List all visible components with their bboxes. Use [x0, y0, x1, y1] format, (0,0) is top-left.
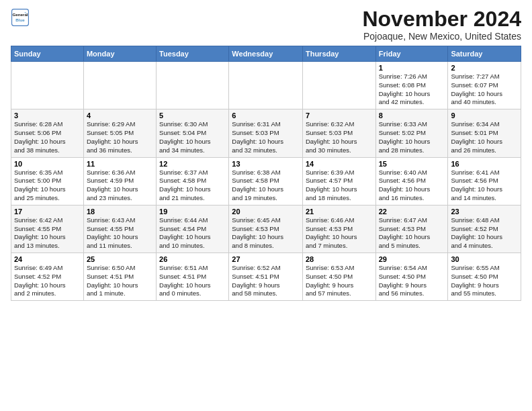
- day-info: Sunrise: 7:27 AM Sunset: 6:07 PM Dayligh…: [451, 73, 518, 107]
- day-info: Sunrise: 6:34 AM Sunset: 5:01 PM Dayligh…: [451, 120, 518, 154]
- table-row: 2Sunrise: 7:27 AM Sunset: 6:07 PM Daylig…: [448, 62, 521, 109]
- day-number: 19: [159, 208, 226, 216]
- col-sunday: Sunday: [11, 46, 84, 62]
- table-row: [229, 62, 303, 109]
- col-saturday: Saturday: [448, 46, 521, 62]
- table-row: 16Sunrise: 6:41 AM Sunset: 4:56 PM Dayli…: [448, 157, 521, 205]
- day-number: 13: [232, 160, 300, 168]
- table-row: 15Sunrise: 6:40 AM Sunset: 4:56 PM Dayli…: [375, 157, 448, 205]
- table-row: 4Sunrise: 6:29 AM Sunset: 5:05 PM Daylig…: [83, 109, 156, 157]
- calendar-week-3: 17Sunrise: 6:42 AM Sunset: 4:55 PM Dayli…: [11, 205, 521, 253]
- day-info: Sunrise: 6:53 AM Sunset: 4:50 PM Dayligh…: [306, 264, 373, 298]
- day-number: 2: [451, 64, 518, 72]
- calendar-week-1: 3Sunrise: 6:28 AM Sunset: 5:06 PM Daylig…: [11, 109, 521, 157]
- calendar-week-0: 1Sunrise: 7:26 AM Sunset: 6:08 PM Daylig…: [11, 62, 521, 109]
- day-number: 21: [306, 208, 373, 216]
- table-row: 28Sunrise: 6:53 AM Sunset: 4:50 PM Dayli…: [302, 253, 375, 301]
- day-info: Sunrise: 6:39 AM Sunset: 4:57 PM Dayligh…: [306, 169, 373, 203]
- day-number: 14: [306, 160, 373, 168]
- day-info: Sunrise: 6:31 AM Sunset: 5:03 PM Dayligh…: [232, 120, 300, 154]
- day-number: 30: [451, 255, 518, 263]
- day-info: Sunrise: 7:26 AM Sunset: 6:08 PM Dayligh…: [379, 73, 445, 107]
- day-number: 5: [159, 111, 226, 120]
- table-row: 13Sunrise: 6:38 AM Sunset: 4:58 PM Dayli…: [229, 157, 303, 205]
- table-row: 3Sunrise: 6:28 AM Sunset: 5:06 PM Daylig…: [11, 109, 84, 157]
- day-number: 4: [87, 111, 153, 120]
- table-row: [11, 62, 84, 109]
- day-info: Sunrise: 6:28 AM Sunset: 5:06 PM Dayligh…: [14, 120, 81, 154]
- day-info: Sunrise: 6:41 AM Sunset: 4:56 PM Dayligh…: [451, 169, 518, 203]
- day-number: 17: [14, 208, 81, 216]
- day-number: 6: [232, 111, 300, 120]
- day-info: Sunrise: 6:48 AM Sunset: 4:52 PM Dayligh…: [451, 216, 518, 250]
- day-number: 24: [14, 255, 81, 263]
- table-row: 21Sunrise: 6:46 AM Sunset: 4:53 PM Dayli…: [302, 205, 375, 253]
- day-number: 16: [451, 160, 518, 168]
- logo: General Blue: [11, 8, 30, 27]
- day-number: 28: [306, 255, 373, 263]
- table-row: 14Sunrise: 6:39 AM Sunset: 4:57 PM Dayli…: [302, 157, 375, 205]
- day-number: 11: [87, 160, 153, 168]
- day-number: 23: [451, 208, 518, 216]
- day-number: 3: [14, 111, 81, 120]
- table-row: 19Sunrise: 6:44 AM Sunset: 4:54 PM Dayli…: [157, 205, 229, 253]
- day-number: 18: [87, 208, 153, 216]
- day-info: Sunrise: 6:55 AM Sunset: 4:50 PM Dayligh…: [451, 264, 518, 298]
- table-row: 5Sunrise: 6:30 AM Sunset: 5:04 PM Daylig…: [157, 109, 229, 157]
- table-row: 29Sunrise: 6:54 AM Sunset: 4:50 PM Dayli…: [375, 253, 448, 301]
- table-row: 30Sunrise: 6:55 AM Sunset: 4:50 PM Dayli…: [448, 253, 521, 301]
- location: Pojoaque, New Mexico, United States: [362, 31, 521, 42]
- table-row: 11Sunrise: 6:36 AM Sunset: 4:59 PM Dayli…: [83, 157, 156, 205]
- day-number: 26: [159, 255, 226, 263]
- table-row: [83, 62, 156, 109]
- page-container: General Blue November 2024 Pojoaque, New…: [0, 0, 532, 306]
- logo-icon: General Blue: [11, 8, 30, 27]
- day-info: Sunrise: 6:38 AM Sunset: 4:58 PM Dayligh…: [232, 169, 300, 203]
- day-info: Sunrise: 6:42 AM Sunset: 4:55 PM Dayligh…: [14, 216, 81, 250]
- day-number: 20: [232, 208, 300, 216]
- table-row: 1Sunrise: 7:26 AM Sunset: 6:08 PM Daylig…: [375, 62, 448, 109]
- col-tuesday: Tuesday: [157, 46, 229, 62]
- svg-text:Blue: Blue: [15, 17, 25, 22]
- day-number: 29: [379, 255, 445, 263]
- calendar-week-2: 10Sunrise: 6:35 AM Sunset: 5:00 PM Dayli…: [11, 157, 521, 205]
- table-row: 25Sunrise: 6:50 AM Sunset: 4:51 PM Dayli…: [83, 253, 156, 301]
- table-row: 24Sunrise: 6:49 AM Sunset: 4:52 PM Dayli…: [11, 253, 84, 301]
- header-row: Sunday Monday Tuesday Wednesday Thursday…: [11, 46, 521, 62]
- day-info: Sunrise: 6:49 AM Sunset: 4:52 PM Dayligh…: [14, 264, 81, 298]
- day-number: 25: [87, 255, 153, 263]
- day-number: 9: [451, 111, 518, 120]
- table-row: 26Sunrise: 6:51 AM Sunset: 4:51 PM Dayli…: [157, 253, 229, 301]
- calendar-table: Sunday Monday Tuesday Wednesday Thursday…: [11, 46, 521, 301]
- col-thursday: Thursday: [302, 46, 375, 62]
- day-info: Sunrise: 6:45 AM Sunset: 4:53 PM Dayligh…: [232, 216, 300, 250]
- day-number: 8: [379, 111, 445, 120]
- table-row: 17Sunrise: 6:42 AM Sunset: 4:55 PM Dayli…: [11, 205, 84, 253]
- day-info: Sunrise: 6:36 AM Sunset: 4:59 PM Dayligh…: [87, 169, 153, 203]
- month-title: November 2024: [362, 8, 521, 30]
- day-info: Sunrise: 6:44 AM Sunset: 4:54 PM Dayligh…: [159, 216, 226, 250]
- day-number: 7: [306, 111, 373, 120]
- title-section: November 2024 Pojoaque, New Mexico, Unit…: [362, 8, 521, 42]
- table-row: 27Sunrise: 6:52 AM Sunset: 4:51 PM Dayli…: [229, 253, 303, 301]
- day-info: Sunrise: 6:50 AM Sunset: 4:51 PM Dayligh…: [87, 264, 153, 298]
- day-info: Sunrise: 6:43 AM Sunset: 4:55 PM Dayligh…: [87, 216, 153, 250]
- day-info: Sunrise: 6:52 AM Sunset: 4:51 PM Dayligh…: [232, 264, 300, 298]
- table-row: 10Sunrise: 6:35 AM Sunset: 5:00 PM Dayli…: [11, 157, 84, 205]
- table-row: 8Sunrise: 6:33 AM Sunset: 5:02 PM Daylig…: [375, 109, 448, 157]
- table-row: 7Sunrise: 6:32 AM Sunset: 5:03 PM Daylig…: [302, 109, 375, 157]
- day-info: Sunrise: 6:40 AM Sunset: 4:56 PM Dayligh…: [379, 169, 445, 203]
- day-number: 10: [14, 160, 81, 168]
- day-number: 27: [232, 255, 300, 263]
- table-row: 6Sunrise: 6:31 AM Sunset: 5:03 PM Daylig…: [229, 109, 303, 157]
- col-wednesday: Wednesday: [229, 46, 303, 62]
- day-number: 22: [379, 208, 445, 216]
- day-info: Sunrise: 6:35 AM Sunset: 5:00 PM Dayligh…: [14, 169, 81, 203]
- calendar-week-4: 24Sunrise: 6:49 AM Sunset: 4:52 PM Dayli…: [11, 253, 521, 301]
- day-number: 12: [159, 160, 226, 168]
- table-row: [157, 62, 229, 109]
- day-number: 15: [379, 160, 445, 168]
- table-row: 22Sunrise: 6:47 AM Sunset: 4:53 PM Dayli…: [375, 205, 448, 253]
- day-number: 1: [379, 64, 445, 72]
- header: General Blue November 2024 Pojoaque, New…: [11, 8, 521, 42]
